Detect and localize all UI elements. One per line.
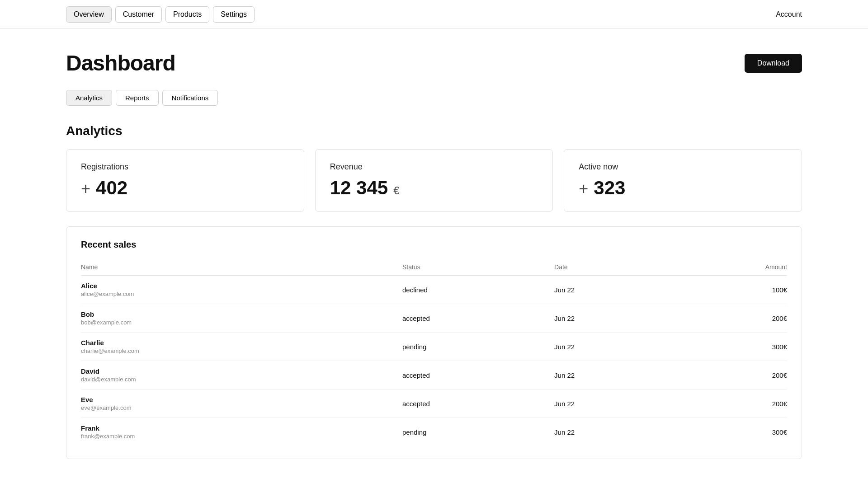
customer-name-1: Bob [81,310,402,318]
cell-customer-2: Charlie charlie@example.com [81,333,402,361]
cell-date-1: Jun 22 [554,304,667,333]
stat-label-revenue: Revenue [330,162,538,172]
stat-card-active-now: Active now + 323 [564,149,802,212]
cell-amount-1: 200€ [667,304,787,333]
stat-cards: Registrations + 402 Revenue 12 345 € Act… [66,149,802,212]
page-header: Dashboard Download [66,51,802,75]
customer-email-2: charlie@example.com [81,347,402,354]
cell-customer-5: Frank frank@example.com [81,418,402,446]
sub-tabs: Analytics Reports Notifications [66,90,802,106]
cell-customer-0: Alice alice@example.com [81,276,402,304]
cell-customer-1: Bob bob@example.com [81,304,402,333]
nav-item-overview[interactable]: Overview [66,6,112,23]
stat-prefix-active-now: + [579,179,588,198]
stat-value-active-now: + 323 [579,177,787,199]
recent-sales-card: Recent sales Name Status Date Amount Ali… [66,226,802,459]
analytics-section-title: Analytics [66,124,802,138]
stat-label-active-now: Active now [579,162,787,172]
cell-status-3: accepted [402,361,554,389]
cell-amount-0: 100€ [667,276,787,304]
table-row: Eve eve@example.com accepted Jun 22 200€ [81,389,787,418]
cell-date-0: Jun 22 [554,276,667,304]
nav-item-products[interactable]: Products [165,6,209,23]
cell-amount-4: 200€ [667,389,787,418]
customer-name-5: Frank [81,424,402,432]
customer-email-3: david@example.com [81,376,402,383]
stat-number-revenue: 12 345 [330,177,388,199]
table-row: Charlie charlie@example.com pending Jun … [81,333,787,361]
col-header-name: Name [81,259,402,276]
top-navigation: Overview Customer Products Settings Acco… [0,0,868,29]
cell-status-0: declined [402,276,554,304]
table-row: David david@example.com accepted Jun 22 … [81,361,787,389]
cell-date-4: Jun 22 [554,389,667,418]
table-row: Frank frank@example.com pending Jun 22 3… [81,418,787,446]
stat-label-registrations: Registrations [81,162,289,172]
customer-email-4: eve@example.com [81,404,402,411]
customer-email-1: bob@example.com [81,319,402,326]
stat-value-registrations: + 402 [81,177,289,199]
col-header-date: Date [554,259,667,276]
recent-sales-title: Recent sales [81,239,787,250]
customer-email-5: frank@example.com [81,433,402,440]
cell-customer-3: David david@example.com [81,361,402,389]
cell-date-2: Jun 22 [554,333,667,361]
sales-table: Name Status Date Amount Alice alice@exam… [81,259,787,446]
nav-links: Overview Customer Products Settings [66,6,255,23]
download-button[interactable]: Download [745,54,802,73]
stat-value-revenue: 12 345 € [330,177,538,199]
col-header-status: Status [402,259,554,276]
table-row: Bob bob@example.com accepted Jun 22 200€ [81,304,787,333]
stat-number-active-now: 323 [594,177,625,199]
tab-notifications[interactable]: Notifications [162,90,218,106]
account-link[interactable]: Account [776,10,802,19]
cell-status-5: pending [402,418,554,446]
stat-suffix-revenue: € [393,184,399,197]
table-header-row: Name Status Date Amount [81,259,787,276]
cell-customer-4: Eve eve@example.com [81,389,402,418]
cell-status-1: accepted [402,304,554,333]
customer-name-0: Alice [81,282,402,290]
stat-prefix-registrations: + [81,179,90,198]
main-content: Dashboard Download Analytics Reports Not… [0,29,868,481]
customer-name-3: David [81,367,402,375]
cell-amount-5: 300€ [667,418,787,446]
cell-amount-2: 300€ [667,333,787,361]
cell-amount-3: 200€ [667,361,787,389]
nav-item-customer[interactable]: Customer [115,6,162,23]
customer-email-0: alice@example.com [81,291,402,297]
customer-name-4: Eve [81,396,402,404]
page-title: Dashboard [66,51,175,75]
cell-date-5: Jun 22 [554,418,667,446]
col-header-amount: Amount [667,259,787,276]
stat-card-registrations: Registrations + 402 [66,149,304,212]
nav-item-settings[interactable]: Settings [213,6,255,23]
stat-number-registrations: 402 [96,177,127,199]
cell-status-4: accepted [402,389,554,418]
table-row: Alice alice@example.com declined Jun 22 … [81,276,787,304]
tab-analytics[interactable]: Analytics [66,90,112,106]
tab-reports[interactable]: Reports [116,90,159,106]
stat-card-revenue: Revenue 12 345 € [315,149,553,212]
customer-name-2: Charlie [81,339,402,347]
cell-date-3: Jun 22 [554,361,667,389]
cell-status-2: pending [402,333,554,361]
